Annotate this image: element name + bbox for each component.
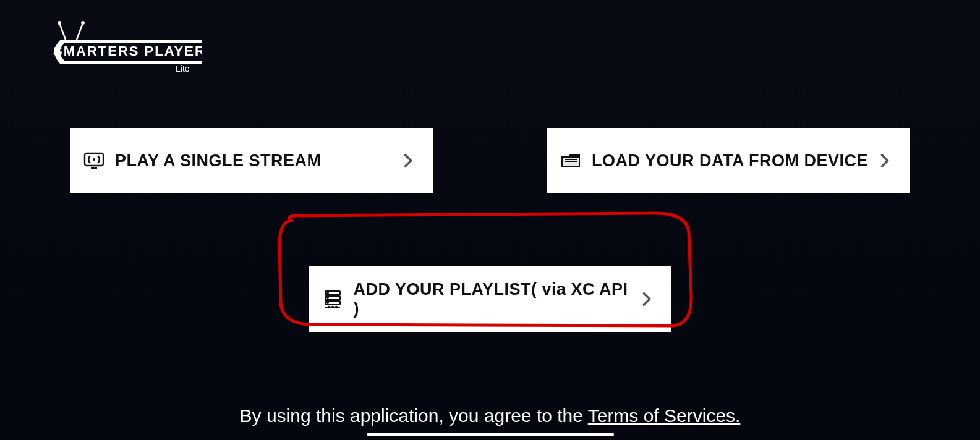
svg-point-17: [331, 307, 333, 308]
tv-logo-icon: SMARTERS PLAYER Lite: [47, 20, 202, 75]
server-stack-icon: [322, 288, 344, 310]
load-from-device-button[interactable]: LOAD YOUR DATA FROM DEVICE: [547, 128, 910, 193]
svg-point-3: [81, 21, 85, 25]
play-single-stream-button[interactable]: PLAY A SINGLE STREAM: [70, 128, 433, 193]
folder-icon: [560, 150, 582, 172]
home-indicator: [367, 433, 614, 436]
chevron-right-icon: [399, 152, 417, 169]
chevron-right-icon: [638, 290, 655, 308]
footer-prefix: By using this application, you agree to …: [240, 405, 588, 426]
logo-title: SMARTERS PLAYER: [53, 43, 202, 59]
svg-line-0: [59, 23, 66, 40]
add-playlist-xc-api-button[interactable]: ADD YOUR PLAYLIST( via XC API ): [309, 266, 671, 332]
svg-point-18: [335, 307, 337, 308]
options-row-top: PLAY A SINGLE STREAM LOAD YOUR DATA FROM…: [0, 128, 980, 332]
app-logo: SMARTERS PLAYER Lite: [47, 20, 202, 78]
option-label: LOAD YOUR DATA FROM DEVICE: [592, 151, 876, 171]
svg-point-14: [327, 302, 328, 303]
option-label: PLAY A SINGLE STREAM: [115, 151, 399, 171]
logo-subtitle: Lite: [176, 64, 190, 74]
svg-point-5: [93, 158, 95, 161]
svg-point-2: [58, 21, 61, 25]
chevron-right-icon: [876, 152, 893, 169]
options-row-center: ADD YOUR PLAYLIST( via XC API ): [62, 266, 918, 332]
terms-of-services-link[interactable]: Terms of Services.: [588, 405, 741, 426]
svg-point-16: [328, 307, 330, 308]
svg-line-1: [77, 23, 83, 40]
option-label: ADD YOUR PLAYLIST( via XC API ): [354, 280, 638, 318]
broadcast-screen-icon: [83, 150, 105, 172]
footer-text: By using this application, you agree to …: [0, 405, 980, 426]
svg-point-12: [327, 292, 328, 294]
svg-point-13: [327, 297, 328, 298]
